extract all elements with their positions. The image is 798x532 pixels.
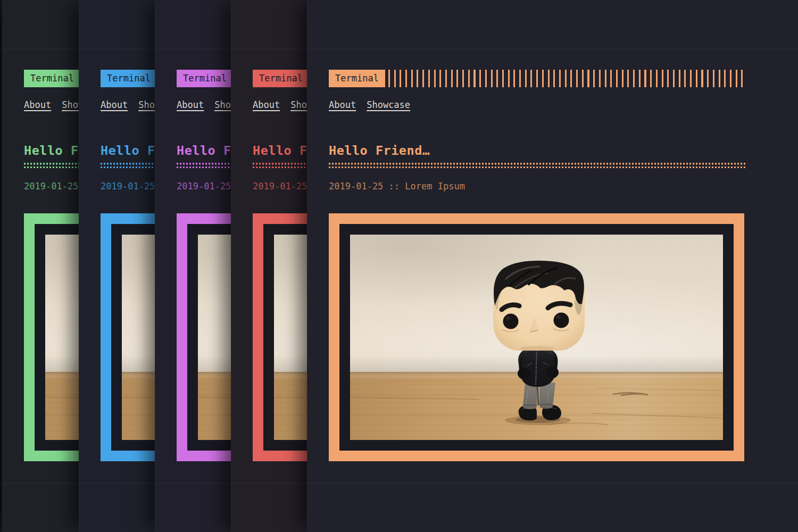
nav-link-about[interactable]: About [253,99,280,111]
funko-figure-photo [350,235,723,440]
post-cover-frame [329,213,744,461]
logo-cursor-bars-decoration [388,70,745,87]
nav-link-about[interactable]: About [101,99,128,111]
nav-link-about[interactable]: About [177,99,204,111]
viewport-bottom-edge [307,483,798,484]
post-title: Hello Friend… [329,144,745,157]
nav-link-about[interactable]: About [24,99,51,111]
site-logo[interactable]: Terminal [177,70,233,87]
site-logo[interactable]: Terminal [101,70,157,87]
nav-link-about[interactable]: About [329,99,356,111]
post-title-divider [329,163,745,168]
theme-panel-orange: Terminal About Showcase Hello Friend… 20… [307,0,798,532]
site-logo[interactable]: Terminal [253,70,309,87]
site-nav: About Showcase [329,99,745,111]
post-meta: 2019-01-25 :: Lorem Ipsum [329,180,745,192]
theme-showcase-stage: Terminal About Showcase Hello Friend… 20… [0,0,798,532]
site-logo[interactable]: Terminal [24,70,80,87]
funko-figure-illustration [350,235,723,440]
site-logo[interactable]: Terminal [329,70,385,87]
post: Hello Friend… 2019-01-25 :: Lorem Ipsum [329,144,745,461]
nav-link-showcase[interactable]: Showcase [367,99,410,111]
site-header: Terminal About Showcase [329,70,745,111]
